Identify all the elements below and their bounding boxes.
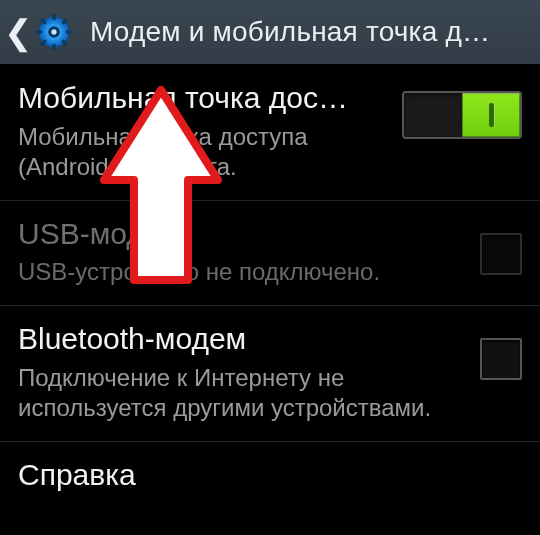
row-text: USB-модем USB-устройство не подключено. [18, 217, 466, 288]
back-button[interactable]: ❮ [0, 0, 80, 64]
chevron-left-icon: ❮ [4, 15, 32, 49]
row-title: Мобильная точка дос… [18, 81, 388, 116]
page-title: Модем и мобильная точка д… [90, 16, 540, 48]
svg-point-10 [51, 29, 56, 34]
svg-rect-2 [52, 44, 55, 51]
svg-rect-4 [66, 30, 73, 33]
row-subtitle: Мобильная точка доступа (AndroidAP) заня… [18, 122, 388, 182]
bluetooth-checkbox[interactable] [480, 338, 522, 380]
row-mobile-hotspot[interactable]: Мобильная точка дос… Мобильная точка дос… [0, 65, 540, 201]
row-help[interactable]: Справка [0, 442, 540, 511]
row-title: Bluetooth-модем [18, 322, 466, 357]
row-subtitle: Подключение к Интернету не используется … [18, 363, 466, 423]
row-text: Bluetooth-модем Подключение к Интернету … [18, 322, 466, 423]
row-text: Справка [18, 458, 522, 493]
settings-screen: ❮ [0, 0, 540, 535]
row-title: USB-модем [18, 217, 466, 252]
svg-rect-3 [36, 30, 43, 33]
action-bar: ❮ [0, 0, 540, 65]
row-subtitle: USB-устройство не подключено. [18, 257, 466, 287]
row-text: Мобильная точка дос… Мобильная точка дос… [18, 81, 388, 182]
gear-icon [34, 12, 74, 52]
svg-rect-1 [52, 14, 55, 21]
usb-checkbox [480, 233, 522, 275]
hotspot-toggle[interactable] [402, 91, 522, 139]
settings-list: Мобильная точка дос… Мобильная точка дос… [0, 65, 540, 510]
row-usb-tether: USB-модем USB-устройство не подключено. [0, 201, 540, 307]
row-title: Справка [18, 458, 522, 493]
toggle-knob-on [462, 93, 520, 137]
row-bluetooth-tether[interactable]: Bluetooth-модем Подключение к Интернету … [0, 306, 540, 442]
